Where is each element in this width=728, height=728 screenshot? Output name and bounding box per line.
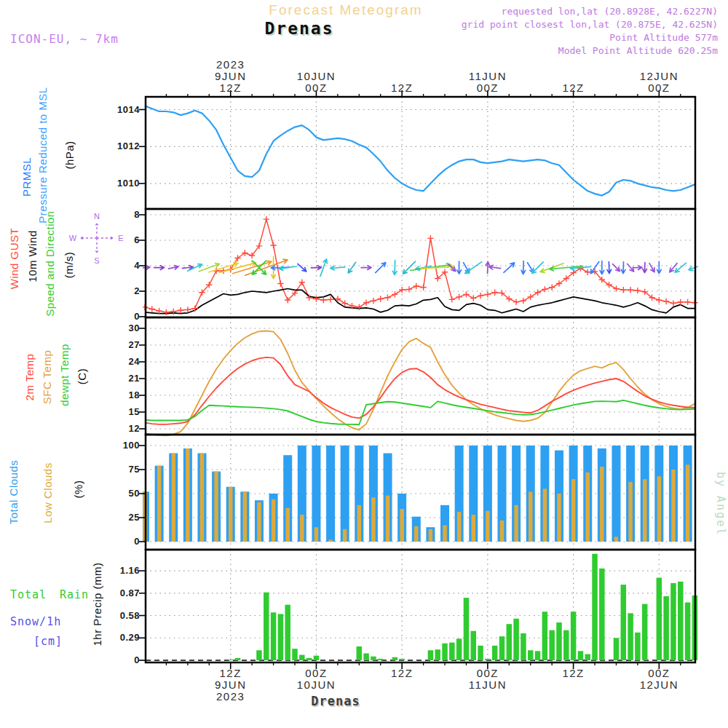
precip-ytick-label: 0.87: [103, 587, 140, 598]
pressure-ytick-label: 1012: [103, 141, 140, 151]
top-xtick-label: 12Z: [198, 82, 264, 94]
footer-station-label: Drenas: [311, 694, 360, 708]
bottom-xtick-label: 12Z: [369, 667, 435, 679]
top-xtick-label: 11JUN: [455, 70, 521, 82]
dewpt-line: [145, 400, 695, 424]
precip-bars: [228, 554, 697, 660]
precip-gridlines: [146, 550, 695, 662]
temp-ytick-label: 12: [103, 423, 140, 434]
top-xtick-label: 12Z: [369, 82, 435, 94]
pressure-ytick-label: 1010: [103, 178, 140, 189]
wind-ytick-label: 4: [103, 260, 140, 271]
clouds-ytick-label: 25: [103, 512, 140, 523]
pressure-line: [145, 106, 695, 195]
top-xtick-label: 12Z: [541, 82, 606, 94]
sfc-temp-line: [145, 331, 695, 436]
temp-ytick-label: 18: [103, 389, 140, 400]
clouds-ytick-label: 50: [103, 488, 140, 499]
precip-ytick-label: 0.58: [103, 610, 140, 621]
bottom-xtick-label: 12Z: [198, 667, 264, 679]
bottom-xtick-label: 2023: [198, 690, 264, 703]
pressure-ytick-label: 1014: [103, 104, 140, 115]
clouds-ytick-label: 75: [103, 464, 140, 475]
bottom-xtick-label: 00Z: [626, 667, 692, 679]
top-xtick-label: 2023: [198, 58, 264, 71]
bottom-xtick-label: 12JUN: [626, 678, 692, 691]
temp-ytick-label: 27: [103, 339, 140, 350]
t2m-line: [145, 357, 695, 424]
precip-ytick-label: 0.29: [103, 632, 140, 643]
bottom-xtick-label: 00Z: [455, 667, 521, 679]
temp-ytick-label: 24: [103, 356, 140, 367]
top-xtick-label: 10JUN: [283, 70, 349, 82]
precip-ytick-label: 1.16: [103, 565, 140, 576]
top-xtick-label: 00Z: [626, 82, 692, 94]
temp-ytick-label: 21: [103, 373, 140, 384]
wind-gust-line: [145, 219, 695, 312]
top-xtick-label: 9JUN: [198, 70, 264, 82]
bottom-xtick-label: 10JUN: [283, 678, 349, 691]
wind-direction-arrows: [140, 257, 701, 279]
wind-ytick-label: 6: [103, 234, 140, 245]
precip-ytick-label: 0: [103, 654, 140, 665]
wind-10m-line: [145, 289, 695, 314]
temp-ytick-label: 15: [103, 406, 140, 417]
bottom-xtick-label: 00Z: [283, 667, 349, 679]
meteogram-page: Forecast Meteogram Drenas requested lon,…: [0, 0, 728, 728]
bottom-xtick-label: 12Z: [541, 667, 606, 679]
wind-ytick-label: 0: [103, 311, 140, 322]
precip-panel-border: [146, 550, 695, 662]
top-xtick-label: 00Z: [283, 82, 349, 94]
author-watermark: by Angel: [714, 472, 727, 536]
wind-ytick-label: 2: [103, 285, 140, 296]
bottom-xtick-label: 11JUN: [455, 678, 521, 691]
top-xtick-label: 00Z: [455, 82, 521, 94]
bottom-xtick-label: 9JUN: [198, 678, 264, 691]
top-xtick-label: 12JUN: [626, 70, 692, 82]
clouds-ytick-label: 100: [103, 440, 140, 451]
temp-ytick-label: 30: [103, 323, 140, 333]
clouds-ytick-label: 0: [103, 536, 140, 547]
wind-ytick-label: 8: [103, 209, 140, 220]
